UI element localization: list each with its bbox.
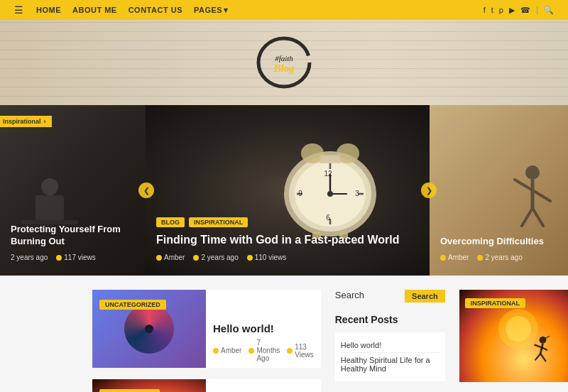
top-navigation: ☰ HOME ABOUT ME CONTACT US PAGES ▾ f t p… <box>0 0 568 20</box>
center-meta-views: 110 views <box>247 254 286 261</box>
svg-rect-4 <box>36 195 64 220</box>
slide-left: Inspirational › Protecting Yourself From… <box>0 105 146 276</box>
hw-time-dot <box>248 348 254 354</box>
chevron-right-icon: ❯ <box>426 186 432 195</box>
right-author-dot <box>440 255 446 261</box>
svg-line-27 <box>515 180 532 190</box>
svg-rect-11 <box>320 155 341 163</box>
left-slide-title: Protecting Yourself From Burning Out <box>11 224 135 248</box>
facebook-icon[interactable]: f <box>484 6 486 14</box>
hw-time: 7 Months Ago <box>248 339 280 362</box>
nav-home[interactable]: HOME <box>36 6 61 15</box>
svg-text:Blog: Blog <box>273 62 295 74</box>
person-silhouette-illustration <box>504 162 561 247</box>
site-logo[interactable]: #faith Blog <box>256 34 312 91</box>
center-slide-meta: Amber 2 years ago 110 views <box>156 254 419 261</box>
svg-line-29 <box>522 208 532 226</box>
slider-next-button[interactable]: ❯ <box>421 183 437 198</box>
inspirational-tag-2: Inspirational <box>99 389 160 392</box>
recent-post-item-0[interactable]: Hello world! <box>341 338 439 353</box>
svg-point-3 <box>41 178 58 195</box>
hw-author: Amber <box>213 347 241 354</box>
nav-pages[interactable]: PAGES ▾ <box>194 6 229 15</box>
record-decoration <box>124 304 174 354</box>
hello-world-body: Hello world! Amber 7 Months Ago 113 View… <box>206 290 321 368</box>
hello-world-meta: Amber 7 Months Ago 113 Views <box>213 339 314 362</box>
slide-center: 12 3 6 9 Blog Inspirational Finding Time… <box>146 105 430 276</box>
hello-world-title: Hello world! <box>213 322 314 334</box>
left-slide-meta: 2 years ago 117 views <box>11 254 135 261</box>
site-header: #faith Blog <box>0 20 568 105</box>
views-dot <box>56 255 62 261</box>
left-meta-time: 2 years ago <box>11 254 48 261</box>
svg-point-25 <box>525 165 540 180</box>
recent-posts-title: Recent Posts <box>335 314 445 325</box>
main-content: Uncategorized Hello world! Amber <box>0 276 568 392</box>
right-meta-author: Amber <box>440 254 469 261</box>
author-dot <box>156 255 162 261</box>
sidebar: Search Search Recent Posts Hello world! … <box>335 290 445 392</box>
center-slide-title: Finding Time with God in a Fast-paced Wo… <box>156 233 419 248</box>
svg-text:9: 9 <box>298 190 302 197</box>
svg-line-28 <box>532 190 550 201</box>
nav-about[interactable]: ABOUT ME <box>72 6 117 15</box>
left-meta-views: 117 views <box>56 254 95 261</box>
right-slide-meta: Amber 2 years ago <box>440 254 557 261</box>
recent-post-item-1[interactable]: Healthy Spiritual Life for a Healthy Min… <box>341 353 439 376</box>
svg-line-30 <box>532 208 543 226</box>
inspirational-runner-tag: Inspirational <box>465 298 525 308</box>
right-time-dot <box>477 255 483 261</box>
time-dot <box>193 255 199 261</box>
right-slide-content: Overcoming Difficulties Amber 2 years ag… <box>430 236 568 261</box>
hw-author-dot <box>213 348 219 354</box>
youtube-icon[interactable]: ▶ <box>509 6 515 15</box>
posts-grid: Uncategorized Hello world! Amber <box>92 290 321 392</box>
svg-text:#faith: #faith <box>275 54 293 62</box>
nav-links: HOME ABOUT ME CONTACT US PAGES ▾ <box>36 6 229 15</box>
post-card-hello-world: Uncategorized Hello world! Amber <box>92 290 321 368</box>
search-button[interactable]: Search <box>405 290 445 303</box>
right-slide-title: Overcoming Difficulties <box>440 236 557 248</box>
left-slide-content: Protecting Yourself From Burning Out 2 y… <box>0 224 146 261</box>
arrow-tag-icon: › <box>44 118 46 125</box>
left-slide-tag: Inspirational › <box>0 116 52 127</box>
search-label: Search <box>335 290 405 303</box>
inspirational-tag-text: Inspirational <box>3 118 41 125</box>
sidebar-search-section: Search Search <box>335 290 445 303</box>
nav-right: f t p ▶ ☎ | 🔍 <box>484 5 554 15</box>
hamburger-icon[interactable]: ☰ <box>14 4 23 16</box>
nav-contact[interactable]: CONTACT US <box>129 6 182 15</box>
center-meta-time: 2 years ago <box>193 254 238 261</box>
twitter-icon[interactable]: t <box>491 6 493 14</box>
chevron-down-icon: ▾ <box>224 6 229 15</box>
inspirational-tag-container-2: Inspirational <box>99 386 160 392</box>
inspirational-tag: Inspirational <box>189 217 248 227</box>
nav-left: ☰ HOME ABOUT ME CONTACT US PAGES ▾ <box>14 4 229 16</box>
svg-text:12: 12 <box>324 170 332 178</box>
center-meta-author: Amber <box>156 254 185 261</box>
views-dot2 <box>247 255 253 261</box>
svg-point-45 <box>506 316 531 342</box>
pinterest-icon[interactable]: p <box>499 6 503 14</box>
slide-right: Overcoming Difficulties Amber 2 years ag… <box>430 105 568 276</box>
phone-icon[interactable]: ☎ <box>520 6 530 15</box>
center-slide-tags: Blog Inspirational <box>156 217 419 227</box>
blog-tag: Blog <box>156 217 185 227</box>
search-icon[interactable]: 🔍 <box>544 6 554 15</box>
hello-world-tag-container: Uncategorized <box>99 297 166 310</box>
right-meta-time: 2 years ago <box>477 254 522 261</box>
slider-prev-button[interactable]: ❮ <box>138 183 154 198</box>
svg-text:3: 3 <box>355 190 359 197</box>
record-hole <box>145 325 153 333</box>
inspirational-runner-tag-container: Inspirational <box>465 295 525 308</box>
featured-posts-slider: Inspirational › Protecting Yourself From… <box>0 105 568 276</box>
recent-posts-list: Hello world! Healthy Spiritual Life for … <box>335 332 445 381</box>
hw-views: 113 Views <box>287 343 314 359</box>
runner-post-image-container: Inspirational <box>459 290 568 392</box>
inspirational-body <box>206 379 223 392</box>
hw-views-dot <box>287 348 293 354</box>
svg-point-22 <box>327 191 333 197</box>
post-card-inspirational: Inspirational <box>92 379 321 392</box>
chevron-left-icon: ❮ <box>143 186 150 195</box>
uncategorized-tag: Uncategorized <box>99 300 166 310</box>
